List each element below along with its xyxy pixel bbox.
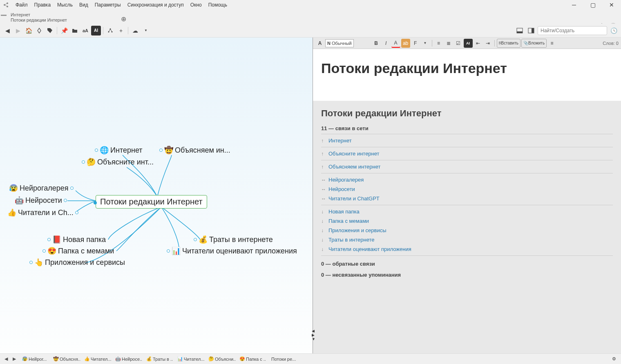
history-crumb[interactable]: 👍Читател... bbox=[82, 356, 111, 362]
clock-icon[interactable]: 🕓 bbox=[609, 26, 619, 36]
indent-icon[interactable]: ⇥ bbox=[483, 39, 492, 48]
history-crumb[interactable]: 📊Читател... bbox=[175, 356, 204, 362]
history-crumb[interactable]: 🤖Нейросе... bbox=[113, 356, 142, 362]
tag-icon[interactable] bbox=[45, 26, 55, 36]
menu-options[interactable]: Параметры bbox=[92, 1, 124, 9]
node-jump-ai[interactable]: 🤖Нейросети bbox=[15, 196, 67, 205]
doc-body[interactable]: Потоки редакции Интернет 11 — связи в се… bbox=[313, 101, 621, 353]
layout-side-icon[interactable] bbox=[526, 26, 536, 36]
list-ul-icon[interactable]: ≡ bbox=[434, 39, 443, 48]
link-child[interactable]: ↓Траты в интернете bbox=[321, 235, 613, 244]
format-toolbar: A NОбычный B I A ab F ▼ ≡ ≣ ☑ AI ⇤ ⇥ ⎘ В… bbox=[313, 38, 621, 49]
svg-rect-11 bbox=[532, 28, 534, 33]
window-close[interactable]: ✕ bbox=[602, 0, 621, 10]
insert-button[interactable]: ⎘ Вставить bbox=[497, 39, 520, 48]
doc-heading: Потоки редакции Интернет bbox=[321, 108, 613, 119]
plex-canvas[interactable]: 🌐Интернет 🤠Объясняем ин... 🤔Объясните ин… bbox=[0, 38, 313, 353]
backlinks-count: 0 — обратные связи bbox=[321, 261, 613, 267]
menu-sync[interactable]: Синхронизация и доступ bbox=[124, 1, 187, 9]
pin-icon[interactable]: 📌 bbox=[59, 26, 69, 36]
nav-back-icon[interactable]: ◀ bbox=[2, 26, 12, 36]
link-jump[interactable]: ↔Читатели и ChatGPT bbox=[321, 194, 613, 203]
tab-bar: Интернет Потоки редакции Интернет ⊕ bbox=[0, 10, 621, 24]
link-jump[interactable]: ↔Нейрогалерея bbox=[321, 175, 613, 184]
new-tab-button[interactable]: ⊕ bbox=[118, 14, 128, 24]
list-ol-icon[interactable]: ≣ bbox=[444, 39, 453, 48]
link-parent[interactable]: ↑Объясните интернет bbox=[321, 149, 613, 158]
node-child-apps[interactable]: 👆Приложения и сервисы bbox=[29, 258, 125, 267]
folder-icon[interactable] bbox=[70, 26, 80, 36]
node-parent-explain2[interactable]: 🤠Объясняем ин... bbox=[159, 146, 230, 155]
color-icon[interactable]: A bbox=[391, 39, 400, 48]
tab-title-2: Потоки редакции Интернет bbox=[11, 18, 112, 23]
node-child-spend[interactable]: 💰Траты в интернете bbox=[194, 235, 273, 244]
history-crumb[interactable]: 🤔Объясни... bbox=[206, 356, 235, 362]
menu-edit[interactable]: Правка bbox=[31, 1, 54, 9]
link-child[interactable]: ↓Приложения и сервисы bbox=[321, 226, 613, 235]
links-count: 11 — связи в сети bbox=[321, 125, 613, 131]
ai-notes-icon[interactable]: AI bbox=[464, 39, 473, 48]
graph-mode-icon[interactable] bbox=[105, 26, 115, 36]
link-jump[interactable]: ↔Нейросети bbox=[321, 184, 613, 194]
font-dropdown-icon[interactable]: ▼ bbox=[421, 39, 430, 48]
splitter-handles[interactable]: ◀▶▼ bbox=[312, 329, 315, 341]
node-jump-gallery[interactable]: 😰Нейрогалерея bbox=[9, 184, 74, 193]
link-child[interactable]: ↓Новая папка bbox=[321, 207, 613, 216]
node-parent-explain1[interactable]: 🤔Объясните инт... bbox=[82, 158, 154, 166]
link-child[interactable]: ↓Папка с мемами bbox=[321, 216, 613, 226]
menu-help[interactable]: Помощь bbox=[205, 1, 230, 9]
highlight-icon[interactable]: ab bbox=[401, 39, 410, 48]
hist-fwd-icon[interactable]: ▶ bbox=[11, 355, 18, 363]
menu-view[interactable]: Вид bbox=[76, 1, 92, 9]
menu-window[interactable]: Окно bbox=[187, 1, 205, 9]
font-size-icon[interactable]: aA bbox=[80, 26, 90, 36]
add-icon[interactable]: + bbox=[116, 26, 126, 36]
menu-file[interactable]: Файл bbox=[12, 1, 31, 9]
italic-icon[interactable]: I bbox=[382, 39, 391, 48]
history-crumb[interactable]: 💰Траты в ... bbox=[144, 356, 173, 362]
word-count: Слов: 0 bbox=[603, 41, 619, 46]
window-minimize[interactable]: ─ bbox=[565, 0, 583, 10]
app-logo-icon bbox=[2, 1, 10, 9]
nav-forward-icon[interactable]: ▶ bbox=[13, 26, 23, 36]
font-family-icon[interactable]: F bbox=[411, 39, 420, 48]
search-input[interactable] bbox=[538, 26, 607, 35]
home-icon[interactable]: 🏠 bbox=[24, 26, 34, 36]
layout-bottom-icon[interactable] bbox=[515, 26, 525, 36]
node-parent-internet[interactable]: 🌐Интернет bbox=[95, 146, 143, 155]
style-select[interactable]: NОбычный bbox=[325, 39, 354, 47]
font-icon[interactable]: A bbox=[315, 39, 324, 48]
node-center[interactable]: Потоки редакции Интернет bbox=[96, 195, 207, 209]
tab-active[interactable]: Интернет Потоки редакции Интернет bbox=[2, 11, 116, 24]
doc-title[interactable]: Потоки редакции Интернет bbox=[313, 49, 621, 101]
window-maximize[interactable]: ▢ bbox=[583, 0, 602, 10]
history-crumb[interactable]: 😰Нейрог... bbox=[20, 356, 49, 362]
more-icon[interactable]: ≡ bbox=[547, 39, 556, 48]
tab-title-1: Интернет bbox=[11, 12, 112, 18]
node-jump-readers[interactable]: 👍Читатели и Ch... bbox=[7, 208, 78, 217]
history-crumb[interactable]: 🤠Объясня... bbox=[51, 356, 80, 362]
dropdown-icon[interactable]: ▼ bbox=[141, 26, 151, 36]
history-crumb[interactable]: 😍Папка с ... bbox=[237, 356, 266, 362]
bold-icon[interactable]: B bbox=[372, 39, 381, 48]
attach-button[interactable]: 📎 Вложить bbox=[521, 39, 547, 48]
history-bar: ◀ ▶ 😰Нейрог... 🤠Объясня... 👍Читател... 🤖… bbox=[0, 353, 621, 364]
checklist-icon[interactable]: ☑ bbox=[454, 39, 463, 48]
node-child-folder[interactable]: 📕Новая папка bbox=[47, 235, 106, 244]
svg-rect-9 bbox=[517, 31, 523, 33]
cloud-icon[interactable]: ☁ bbox=[130, 26, 140, 36]
node-child-rate[interactable]: 📊Читатели оценивают приложения bbox=[167, 246, 297, 255]
menu-thought[interactable]: Мысль bbox=[54, 1, 76, 9]
hist-back-icon[interactable]: ◀ bbox=[2, 355, 10, 363]
link-parent[interactable]: ↑Объясняем интернет bbox=[321, 162, 613, 171]
history-settings-icon[interactable]: ⚙ bbox=[610, 356, 619, 362]
outdent-icon[interactable]: ⇤ bbox=[474, 39, 483, 48]
ai-icon[interactable]: AI bbox=[91, 26, 101, 36]
node-child-memes[interactable]: 😍Папка с мемами bbox=[42, 246, 114, 255]
history-crumb[interactable]: Потоки ре... bbox=[268, 357, 297, 362]
link-child[interactable]: ↓Читатели оценивают приложения bbox=[321, 244, 613, 254]
main-toolbar: ◀ ▶ 🏠 📌 aA AI + ☁ ▼ 🕓 bbox=[0, 24, 621, 38]
link-parent[interactable]: ↑Интернет bbox=[321, 136, 613, 145]
notes-pane: ◀▶▼ A NОбычный B I A ab F ▼ ≡ ≣ ☑ AI ⇤ ⇥… bbox=[313, 38, 621, 353]
wander-icon[interactable] bbox=[34, 26, 44, 36]
